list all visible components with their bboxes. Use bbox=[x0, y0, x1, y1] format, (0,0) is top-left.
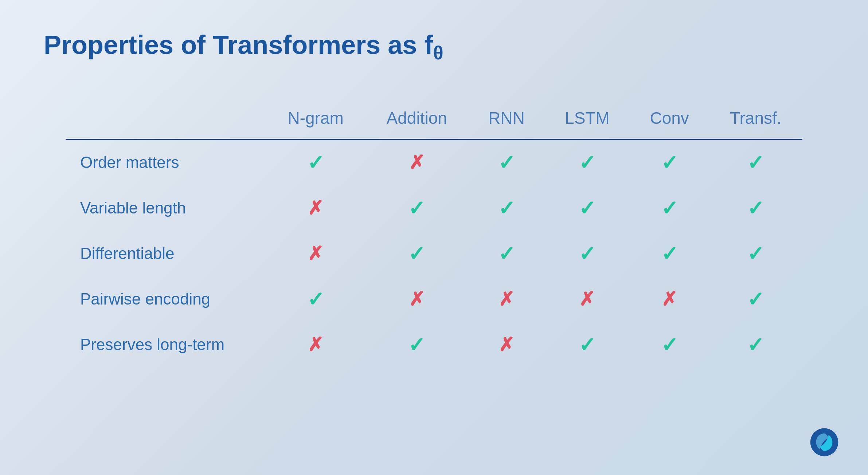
row-label: Order matters bbox=[66, 139, 266, 185]
table-row: Preserves long-term✗✓✗✓✓✓ bbox=[66, 322, 802, 368]
check-icon: ✓ bbox=[579, 151, 596, 174]
check-icon: ✓ bbox=[408, 333, 425, 356]
check-icon: ✓ bbox=[747, 242, 764, 265]
row-label: Variable length bbox=[66, 185, 266, 231]
col-header-conv: Conv bbox=[630, 101, 709, 140]
table-header-row: N-gram Addition RNN LSTM Conv Transf. bbox=[66, 101, 802, 140]
check-icon: ✓ bbox=[747, 288, 764, 311]
check-icon: ✓ bbox=[498, 197, 515, 220]
row-label: Pairwise encoding bbox=[66, 276, 266, 322]
brand-logo bbox=[810, 428, 839, 457]
check-icon: ✓ bbox=[747, 151, 764, 174]
cell-value: ✓ bbox=[630, 231, 709, 276]
cross-icon: ✗ bbox=[409, 152, 425, 173]
cell-value: ✓ bbox=[365, 185, 469, 231]
check-icon: ✓ bbox=[661, 333, 678, 356]
check-icon: ✓ bbox=[307, 288, 324, 311]
table-wrapper: N-gram Addition RNN LSTM Conv Transf. Or… bbox=[44, 101, 824, 368]
cross-icon: ✗ bbox=[498, 288, 515, 310]
col-header-empty bbox=[66, 101, 266, 140]
cross-icon: ✗ bbox=[308, 243, 324, 264]
properties-table: N-gram Addition RNN LSTM Conv Transf. Or… bbox=[66, 101, 802, 368]
check-icon: ✓ bbox=[408, 242, 425, 265]
cross-icon: ✗ bbox=[308, 334, 324, 355]
cell-value: ✓ bbox=[365, 322, 469, 368]
check-icon: ✓ bbox=[747, 333, 764, 356]
check-icon: ✓ bbox=[498, 151, 515, 174]
cross-icon: ✗ bbox=[308, 197, 324, 219]
cell-value: ✗ bbox=[544, 276, 630, 322]
check-icon: ✓ bbox=[579, 333, 596, 356]
check-icon: ✓ bbox=[579, 197, 596, 220]
cell-value: ✓ bbox=[709, 322, 802, 368]
check-icon: ✓ bbox=[408, 197, 425, 220]
cell-value: ✗ bbox=[469, 276, 544, 322]
cell-value: ✓ bbox=[469, 185, 544, 231]
row-label: Differentiable bbox=[66, 231, 266, 276]
title-main: Properties of Transformers as f bbox=[44, 30, 433, 59]
cell-value: ✓ bbox=[469, 139, 544, 185]
cell-value: ✓ bbox=[266, 276, 365, 322]
cell-value: ✓ bbox=[709, 231, 802, 276]
cell-value: ✓ bbox=[709, 185, 802, 231]
svg-point-0 bbox=[810, 428, 838, 456]
cell-value: ✓ bbox=[544, 139, 630, 185]
check-icon: ✓ bbox=[579, 242, 596, 265]
cross-icon: ✗ bbox=[409, 288, 425, 310]
cell-value: ✓ bbox=[544, 231, 630, 276]
slide-container: Properties of Transformers as fθ N-gram … bbox=[0, 0, 868, 475]
cell-value: ✓ bbox=[544, 322, 630, 368]
cell-value: ✗ bbox=[266, 185, 365, 231]
row-label: Preserves long-term bbox=[66, 322, 266, 368]
table-row: Variable length✗✓✓✓✓✓ bbox=[66, 185, 802, 231]
cell-value: ✗ bbox=[365, 139, 469, 185]
cell-value: ✗ bbox=[266, 322, 365, 368]
check-icon: ✓ bbox=[661, 151, 678, 174]
cell-value: ✓ bbox=[365, 231, 469, 276]
col-header-lstm: LSTM bbox=[544, 101, 630, 140]
cell-value: ✗ bbox=[469, 322, 544, 368]
col-header-transf: Transf. bbox=[709, 101, 802, 140]
table-row: Pairwise encoding✓✗✗✗✗✓ bbox=[66, 276, 802, 322]
cross-icon: ✗ bbox=[661, 288, 677, 310]
cell-value: ✓ bbox=[709, 139, 802, 185]
cell-value: ✓ bbox=[544, 185, 630, 231]
col-header-addition: Addition bbox=[365, 101, 469, 140]
cell-value: ✓ bbox=[630, 185, 709, 231]
check-icon: ✓ bbox=[498, 242, 515, 265]
slide-title: Properties of Transformers as fθ bbox=[44, 29, 824, 64]
cell-value: ✗ bbox=[630, 276, 709, 322]
check-icon: ✓ bbox=[307, 151, 324, 174]
title-subscript: θ bbox=[433, 42, 443, 63]
cross-icon: ✗ bbox=[579, 288, 595, 310]
cell-value: ✓ bbox=[630, 139, 709, 185]
check-icon: ✓ bbox=[661, 197, 678, 220]
table-row: Differentiable✗✓✓✓✓✓ bbox=[66, 231, 802, 276]
cell-value: ✗ bbox=[266, 231, 365, 276]
cross-icon: ✗ bbox=[498, 334, 515, 355]
cell-value: ✗ bbox=[365, 276, 469, 322]
check-icon: ✓ bbox=[747, 197, 764, 220]
check-icon: ✓ bbox=[661, 242, 678, 265]
col-header-ngram: N-gram bbox=[266, 101, 365, 140]
cell-value: ✓ bbox=[709, 276, 802, 322]
cell-value: ✓ bbox=[469, 231, 544, 276]
col-header-rnn: RNN bbox=[469, 101, 544, 140]
cell-value: ✓ bbox=[266, 139, 365, 185]
table-row: Order matters✓✗✓✓✓✓ bbox=[66, 139, 802, 185]
cell-value: ✓ bbox=[630, 322, 709, 368]
